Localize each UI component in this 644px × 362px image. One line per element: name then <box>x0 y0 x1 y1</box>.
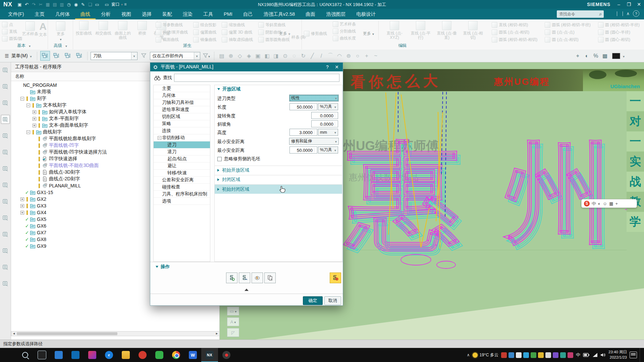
scroll-right-arrow[interactable]: ► <box>215 332 219 336</box>
snap-midpoint-icon[interactable]: ◌ <box>290 51 299 60</box>
background-color-swatch[interactable] <box>612 53 620 59</box>
dialog-tree-item[interactable]: 碰撞检查 <box>154 184 210 191</box>
open-area-section-header[interactable]: 开放区域 <box>215 85 240 93</box>
chevron-down-icon[interactable] <box>29 44 31 48</box>
emoji-icon[interactable]: ☺ <box>603 201 607 206</box>
derive-curve-button[interactable]: 投影曲线 <box>74 21 93 40</box>
machining-method-view-button[interactable] <box>74 51 84 61</box>
menu-item[interactable]: PMI <box>218 9 238 19</box>
repeat-icon[interactable]: ▥ <box>59 1 65 8</box>
store-app-icon[interactable] <box>67 348 84 362</box>
sketch-point-button[interactable]: ◸ <box>227 328 239 337</box>
music-app-icon[interactable] <box>134 348 151 362</box>
save-icon[interactable]: ▣ <box>16 1 23 8</box>
show-desktop-button[interactable] <box>640 348 641 362</box>
curve-variant-button[interactable]: 圆弧 (相切-相切-半径) <box>545 21 590 28</box>
line-create-button[interactable]: 直线 (点-垂直) <box>434 21 459 40</box>
rotate-angle-input[interactable]: 0.0000 <box>311 112 338 119</box>
ribbon-button[interactable]: 点 <box>2 21 22 28</box>
chevron-down-icon[interactable] <box>65 44 67 48</box>
dialog-tree-item[interactable]: 选项 <box>154 198 210 205</box>
dialog-title-bar[interactable]: 平面铣 - [PLANAR_MILL] ? ✕ <box>150 63 343 71</box>
action-center-icon[interactable] <box>630 352 637 358</box>
copy-icon[interactable]: ▦ <box>45 1 51 8</box>
soft-keyboard-icon[interactable]: ▦ <box>609 201 613 206</box>
derive-curve-button[interactable]: 偏置曲线 <box>193 29 216 36</box>
dialog-tree-item[interactable]: 避让 <box>154 163 210 170</box>
edit-more-button[interactable]: 更多 <box>363 30 374 37</box>
ramp-angle-input[interactable]: 0.0000 <box>311 120 338 127</box>
weather-widget[interactable]: 19°C 多云 <box>473 352 498 358</box>
min-safe-distance-select[interactable]: 修剪和延伸 <box>289 138 339 145</box>
chrome-browser-icon[interactable] <box>168 348 184 362</box>
generate-toolpath-button[interactable] <box>226 273 237 283</box>
mail-app-icon[interactable] <box>50 348 67 362</box>
initial-open-area-section[interactable]: 初始开放区域 <box>215 166 342 174</box>
percent-display-icon[interactable]: % <box>591 51 600 60</box>
derive-curve-button[interactable]: 曲面上的曲线 <box>113 21 132 40</box>
tray-expand-icon[interactable]: ∧ <box>467 353 470 357</box>
menu-item[interactable]: 文件(F) <box>3 9 30 19</box>
length-unit-select[interactable]: %刀具 <box>318 103 338 110</box>
chat-app-icon[interactable] <box>151 348 168 362</box>
program-order-view-button[interactable] <box>40 51 50 61</box>
machine-tool-view-button[interactable] <box>52 51 61 61</box>
close-button[interactable]: ✕ <box>634 0 644 9</box>
media-app-icon[interactable] <box>84 348 101 362</box>
dialog-tree-item[interactable]: 策略 <box>154 120 210 127</box>
dialog-tree-item[interactable]: 公差和安全距离 <box>154 177 210 184</box>
command-search[interactable] <box>557 10 604 18</box>
cross-point-icon[interactable]: + <box>362 51 371 60</box>
ime-toolbar[interactable]: S中◐☺▦+ <box>581 199 637 208</box>
edit-curve-button[interactable]: 艺术样条 <box>333 21 356 28</box>
menu-button[interactable]: 菜单(M) <box>3 53 34 59</box>
action-section-header[interactable]: 操作 <box>156 264 170 270</box>
assembly-navigator-icon[interactable] <box>1 82 10 91</box>
layer-pattern-icon[interactable]: ▩ <box>600 51 609 60</box>
sketch-rect-button[interactable]: ▭ <box>227 307 239 315</box>
menu-item[interactable]: 视图 <box>116 9 137 19</box>
edge-browser-icon[interactable]: e <box>101 348 117 362</box>
constraint-navigator-icon[interactable] <box>1 99 10 107</box>
menu-item[interactable]: 自己 <box>238 9 258 19</box>
snap-rotate-icon[interactable]: ↻ <box>299 51 308 60</box>
curve-variant-button[interactable]: 直线 (相切-相切) <box>492 21 537 28</box>
curve-variant-button[interactable]: 圆 (圆心-相切) <box>598 36 640 43</box>
tray-app-icon[interactable] <box>501 352 507 358</box>
expander-icon[interactable] <box>33 124 36 127</box>
ime-indicator[interactable]: 中 <box>576 352 580 358</box>
curve-variant-button[interactable]: 圆 (点-点-相切) <box>545 36 590 43</box>
mcs-display-icon[interactable]: ⌖ <box>573 51 582 60</box>
expander-icon[interactable] <box>20 211 24 215</box>
tray-app-icon[interactable] <box>545 352 551 358</box>
process-studio-icon[interactable] <box>1 214 10 222</box>
find-input[interactable] <box>174 74 339 82</box>
menu-item[interactable]: 曲线 <box>75 9 96 19</box>
height-unit-select[interactable]: mm <box>318 129 338 136</box>
filter-list-icon[interactable] <box>202 51 211 60</box>
expander-icon[interactable] <box>158 136 161 140</box>
restore-button[interactable]: ❐ <box>624 0 634 9</box>
dialog-tree-item[interactable]: 退刀 <box>154 148 210 156</box>
derive-curve-button[interactable]: 相交曲线 <box>94 21 113 40</box>
dialog-help-button[interactable]: ? <box>324 64 331 70</box>
manufacturing-wizards-icon[interactable] <box>1 230 10 239</box>
start-button[interactable] <box>0 348 17 362</box>
tray-app-icon[interactable] <box>516 352 522 358</box>
dialog-tree-item[interactable]: 非切削移动 <box>154 134 210 141</box>
line-snap-icon[interactable]: ╱ <box>308 51 317 60</box>
replay-toolpath-button[interactable] <box>239 273 250 283</box>
dialog-tree-item[interactable]: 主要 <box>154 85 210 92</box>
selection-scope-combo[interactable]: 仅在工作部件内 <box>150 52 200 60</box>
ribbon-options-icon[interactable]: ≡ <box>124 2 126 7</box>
ok-button[interactable]: 确定 <box>303 296 323 305</box>
templates-icon[interactable] <box>1 246 10 255</box>
derive-more-button[interactable]: 更多 <box>279 30 290 37</box>
toolbox-icon[interactable]: + <box>615 201 618 206</box>
scroll-left-arrow[interactable]: ◄ <box>12 332 16 336</box>
reports-icon[interactable] <box>1 263 10 272</box>
ribbon-button[interactable]: 直线 <box>2 28 22 35</box>
duplicate-icon[interactable]: ❏ <box>87 1 93 8</box>
tray-app-icon[interactable] <box>531 352 536 358</box>
sogou-logo-icon[interactable]: S <box>584 201 590 206</box>
